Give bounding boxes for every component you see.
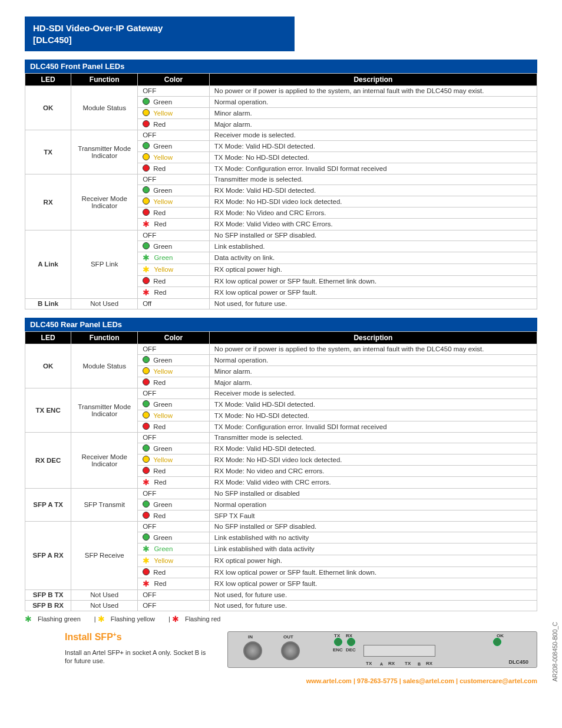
led-desc: RX Mode: Valid HD-SDI detected. bbox=[209, 185, 537, 196]
led-desc: RX low optical power or SFP fault. Ether… bbox=[209, 275, 537, 286]
legend-yellow: Flashing yellow bbox=[111, 615, 155, 622]
led-y-icon bbox=[143, 411, 150, 419]
led-color: OFF bbox=[138, 344, 210, 354]
header-title: HD-SDI Video-Over-IP Gateway bbox=[33, 22, 286, 34]
led-color: Red bbox=[138, 510, 210, 521]
led-desc: TX Mode: Configuration error. Invalid SD… bbox=[209, 163, 537, 174]
led-desc: Link established with no activity bbox=[209, 532, 537, 543]
led-desc: RX Mode: Valid Video with CRC Errors. bbox=[209, 218, 537, 230]
led-desc: Data activity on link. bbox=[209, 252, 537, 263]
led-function: Receiver Mode Indicator bbox=[71, 432, 138, 488]
th-led: LED bbox=[25, 73, 71, 85]
led-color: ✱ Green bbox=[138, 252, 210, 263]
rear-table-title: DLC450 Rear Panel LEDs bbox=[25, 318, 537, 331]
th-color: Color bbox=[138, 331, 210, 344]
led-desc: Transmitter mode is selected. bbox=[209, 432, 537, 443]
table-row: OKModule StatusOFFNo power or if power i… bbox=[25, 344, 537, 354]
flash-r-icon: ✱ bbox=[143, 579, 150, 588]
led-color: Green bbox=[138, 532, 210, 543]
led-g-icon bbox=[143, 500, 150, 508]
led-r-icon bbox=[143, 277, 150, 284]
led-desc: No SFP installed or SFP disabled. bbox=[209, 230, 537, 241]
led-r-icon bbox=[143, 512, 150, 519]
table-row: TX ENCTransmitter Mode IndicatorOFFRecei… bbox=[25, 388, 537, 398]
front-table-title: DLC450 Front Panel LEDs bbox=[25, 60, 537, 73]
led-desc: Not used, for future use. bbox=[209, 298, 537, 309]
led-g-icon bbox=[143, 142, 150, 149]
table-row: SFP B RXNot UsedOFFNot used, for future … bbox=[25, 600, 537, 611]
led-color: ✱ Red bbox=[138, 286, 210, 298]
led-color: OFF bbox=[138, 432, 210, 443]
flash-green-icon: ✱ bbox=[25, 615, 32, 623]
led-color: Green bbox=[138, 241, 210, 252]
led-desc: RX low optical power or SFP fault. bbox=[209, 286, 537, 298]
led-r-icon bbox=[143, 164, 150, 172]
led-function: Module Status bbox=[71, 344, 138, 388]
table-row: OKModule StatusOFFNo power or if power i… bbox=[25, 85, 537, 96]
led-g-icon bbox=[143, 400, 150, 407]
led-desc: Minor alarm. bbox=[209, 365, 537, 377]
led-desc: No power or if power is applied to the s… bbox=[209, 85, 537, 96]
led-desc: Link established. bbox=[209, 241, 537, 252]
led-color: Red bbox=[138, 275, 210, 286]
led-desc: RX Mode: No video and CRC errors. bbox=[209, 465, 537, 476]
table-row: TXTransmitter Mode IndicatorOFFReceiver … bbox=[25, 130, 537, 140]
led-color: ✱ Red bbox=[138, 578, 210, 589]
led-color: Red bbox=[138, 421, 210, 432]
flash-yellow-icon: ✱ bbox=[98, 615, 105, 623]
led-desc: Major alarm. bbox=[209, 118, 537, 130]
led-function: Not Used bbox=[71, 600, 138, 611]
footer-site: www.artel.com bbox=[306, 677, 352, 684]
install-note: Install an Artel SFP+ in socket A only. … bbox=[65, 648, 213, 666]
led-desc: Normal operation. bbox=[209, 96, 537, 107]
led-desc: Receiver mode is selected. bbox=[209, 130, 537, 140]
led-color: OFF bbox=[138, 230, 210, 241]
th-desc: Description bbox=[209, 331, 537, 344]
legend: ✱Flashing green | ✱Flashing yellow | ✱Fl… bbox=[25, 615, 537, 623]
led-desc: Normal operation. bbox=[209, 354, 537, 365]
led-desc: RX optical power high. bbox=[209, 555, 537, 566]
led-desc: Normal operation bbox=[209, 499, 537, 510]
led-r-icon bbox=[143, 568, 150, 575]
led-color: Green bbox=[138, 185, 210, 196]
led-desc: TX Mode: Valid HD-SDI detected. bbox=[209, 140, 537, 151]
led-name: SFP A TX bbox=[25, 488, 71, 521]
footer-phone: 978-263-5775 bbox=[357, 677, 398, 684]
led-desc: Not used, for future use. bbox=[209, 589, 537, 600]
table-row: RXReceiver Mode IndicatorOFFTransmitter … bbox=[25, 174, 537, 185]
led-function: Receiver Mode Indicator bbox=[71, 174, 138, 230]
table-row: A LinkSFP LinkOFFNo SFP installed or SFP… bbox=[25, 230, 537, 241]
led-color: Green bbox=[138, 354, 210, 365]
flash-g-icon: ✱ bbox=[143, 545, 150, 553]
led-color: Yellow bbox=[138, 151, 210, 163]
led-desc: RX optical power high. bbox=[209, 263, 537, 275]
th-func: Function bbox=[71, 331, 138, 344]
led-color: Yellow bbox=[138, 410, 210, 421]
front-panel-table: LED Function Color Description OKModule … bbox=[25, 73, 537, 309]
led-g-icon bbox=[143, 242, 150, 249]
th-desc: Description bbox=[209, 73, 537, 85]
th-color: Color bbox=[138, 73, 210, 85]
led-name: SFP B TX bbox=[25, 589, 71, 600]
table-row: B LinkNot UsedOffNot used, for future us… bbox=[25, 298, 537, 309]
led-color: Red bbox=[138, 163, 210, 174]
led-r-icon bbox=[143, 120, 150, 127]
led-name: OK bbox=[25, 344, 71, 388]
led-color: Red bbox=[138, 465, 210, 476]
led-desc: No SFP installed or SFP disabled. bbox=[209, 521, 537, 532]
flash-y-icon: ✱ bbox=[143, 556, 150, 565]
led-color: ✱ Red bbox=[138, 476, 210, 488]
led-color: Yellow bbox=[138, 196, 210, 207]
led-name: A Link bbox=[25, 230, 71, 298]
led-y-icon bbox=[143, 456, 150, 463]
led-color: Green bbox=[138, 398, 210, 410]
led-name: OK bbox=[25, 85, 71, 130]
led-color: Green bbox=[138, 499, 210, 510]
led-desc: RX Mode: No HD-SDI video lock detected. bbox=[209, 196, 537, 207]
led-desc: Link established with data activity bbox=[209, 543, 537, 555]
led-function: SFP Receive bbox=[71, 521, 138, 589]
led-desc: Not used, for future use. bbox=[209, 600, 537, 611]
led-color: OFF bbox=[138, 130, 210, 140]
led-r-icon bbox=[143, 378, 150, 386]
rear-panel-table: LED Function Color Description OKModule … bbox=[25, 331, 537, 611]
